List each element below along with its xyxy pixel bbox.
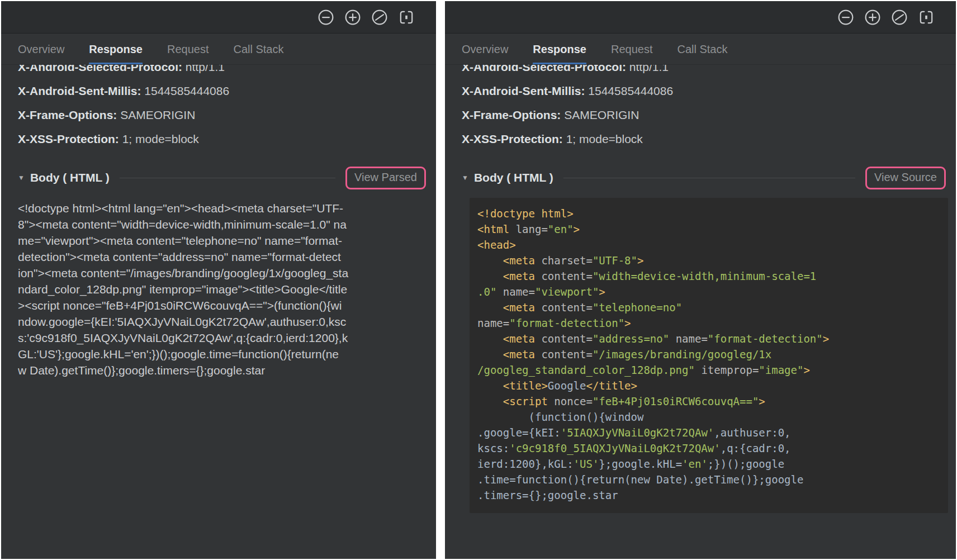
view-source-toggle[interactable]: View Source [874, 171, 937, 183]
tab-call-stack[interactable]: Call Stack [233, 34, 283, 64]
response-header-row: X-Android-Sent-Millis: 1544585444086 [462, 79, 948, 103]
response-tab-content: X-Android-Selected-Protocol: http/1.1X-A… [1, 65, 436, 559]
tab-request[interactable]: Request [167, 34, 209, 64]
response-tab-content: X-Android-Selected-Protocol: http/1.1X-A… [445, 65, 956, 559]
headers-list: X-Android-Selected-Protocol: http/1.1X-A… [18, 65, 428, 151]
source-code-line: <head> [477, 237, 940, 253]
source-code-line: name="format-detection"> [477, 315, 940, 331]
header-key: X-Frame-Options: [462, 108, 564, 121]
header-key: X-XSS-Protection: [18, 132, 122, 145]
source-code-line: ierd:1200},kGL:'US'};google.kHL='en';})(… [477, 456, 940, 472]
header-value: 1544585444086 [588, 84, 673, 97]
response-header-row: X-Frame-Options: SAMEORIGIN [462, 103, 948, 127]
header-value: http/1.1 [629, 65, 669, 73]
reset-zoom-button[interactable] [371, 9, 388, 26]
source-code-line: .google={kEI:'5IAQXJyVNaiL0gK2t72QAw',au… [477, 425, 940, 440]
source-code-line: <title>Google</title> [477, 378, 940, 393]
zoom-to-selection-button[interactable] [398, 9, 415, 26]
section-divider-line [120, 178, 335, 178]
network-inspector-panel-right: OverviewResponseRequestCall Stack X-Andr… [445, 1, 956, 559]
collapse-caret-icon[interactable]: ▼ [18, 174, 25, 182]
parsed-body-line: w Date).getTime()};google.timers={};goog… [18, 362, 424, 378]
response-header-row: X-Frame-Options: SAMEORIGIN [18, 103, 428, 127]
zoom-to-selection-button[interactable] [918, 9, 935, 26]
parsed-body-line: ><script nonce="feB+4Pj01s0iRCW6couvqA==… [18, 297, 424, 314]
profiler-toolbar [1, 1, 436, 34]
network-inspector-panel-left: OverviewResponseRequestCall Stack X-Andr… [1, 1, 436, 559]
source-code-line: .timers={};google.star [477, 487, 940, 503]
body-section-row: ▼ Body ( HTML ) View Source [462, 163, 948, 192]
body-section-label: Body ( HTML ) [474, 171, 553, 184]
body-section-row: ▼ Body ( HTML ) View Parsed [18, 163, 428, 192]
header-value: 1544585444086 [144, 84, 229, 97]
headers-list: X-Android-Selected-Protocol: http/1.1X-A… [462, 65, 948, 151]
header-key: X-Android-Selected-Protocol: [18, 65, 186, 73]
tab-bar: OverviewResponseRequestCall Stack [1, 34, 436, 65]
body-parsed-text: <!doctype html><html lang="en"><head><me… [18, 200, 428, 378]
source-code-line: <!doctype html> [477, 206, 940, 221]
source-code-line: /googleg_standard_color_128dp.png" itemp… [477, 362, 940, 378]
parsed-body-line: me="viewport"><meta content="telephone=n… [18, 232, 424, 249]
response-header-row: X-XSS-Protection: 1; mode=block [18, 127, 428, 151]
annotation-highlight-box: View Source [865, 167, 946, 189]
tab-overview[interactable]: Overview [462, 34, 508, 64]
collapse-caret-icon[interactable]: ▼ [462, 174, 468, 182]
header-value: 1; mode=block [566, 132, 643, 145]
tab-request[interactable]: Request [611, 34, 653, 64]
header-value: 1; mode=block [122, 132, 199, 145]
source-code-line: .0" name="viewport"> [477, 284, 940, 300]
response-header-row: X-Android-Sent-Millis: 1544585444086 [18, 79, 428, 103]
split-screenshot-comparison: OverviewResponseRequestCall Stack X-Andr… [0, 0, 957, 560]
header-key: X-Android-Sent-Millis: [462, 84, 588, 97]
parsed-body-line: ndard_color_128dp.png" itemprop="image">… [18, 281, 424, 297]
source-code-line: <meta content="telephone=no" [477, 300, 940, 315]
response-header-row: X-XSS-Protection: 1; mode=block [462, 127, 948, 151]
profiler-toolbar [445, 1, 956, 34]
source-code-line: <script nonce="feB+4Pj01s0iRCW6couvqA=="… [477, 393, 940, 409]
tab-response[interactable]: Response [89, 34, 143, 64]
header-value: SAMEORIGIN [564, 108, 639, 121]
source-code-line: <meta content="/images/branding/googleg/… [477, 347, 940, 362]
zoom-out-button[interactable] [318, 9, 334, 26]
header-value: http/1.1 [186, 65, 225, 73]
parsed-body-line: 8"><meta content="width=device-width,min… [18, 216, 424, 232]
header-key: X-XSS-Protection: [462, 132, 566, 145]
section-divider-line [563, 178, 855, 178]
response-header-row: X-Android-Selected-Protocol: http/1.1 [18, 65, 428, 79]
reset-zoom-button[interactable] [891, 9, 908, 26]
body-source-code: <!doctype html><html lang="en"><head> <m… [470, 198, 948, 513]
header-key: X-Frame-Options: [18, 108, 120, 121]
zoom-in-button[interactable] [344, 9, 361, 26]
source-code-line: <meta charset="UTF-8"> [477, 253, 940, 268]
zoom-in-button[interactable] [864, 9, 881, 26]
source-code-line: .time=function(){return(new Date).getTim… [477, 472, 940, 487]
view-parsed-toggle[interactable]: View Parsed [354, 171, 417, 183]
zoom-out-button[interactable] [837, 9, 854, 26]
source-code-line: <html lang="en"> [477, 221, 940, 237]
tab-response[interactable]: Response [533, 34, 586, 64]
header-value: SAMEORIGIN [120, 108, 195, 121]
header-key: X-Android-Selected-Protocol: [462, 65, 629, 73]
source-code-line: kscs:'c9c918f0_5IAQXJyVNaiL0gK2t72QAw',q… [477, 440, 940, 456]
header-key: X-Android-Sent-Millis: [18, 84, 144, 97]
body-section-label: Body ( HTML ) [30, 171, 110, 184]
parsed-body-line: ndow.google={kEI:'5IAQXJyVNaiL0gK2t72QAw… [18, 314, 424, 330]
tab-bar: OverviewResponseRequestCall Stack [445, 34, 956, 65]
tab-call-stack[interactable]: Call Stack [677, 34, 727, 64]
parsed-body-line: detection"><meta content="address=no" na… [18, 249, 424, 265]
parsed-body-line: s:'c9c918f0_5IAQXJyVNaiL0gK2t72QAw',q:{c… [18, 330, 424, 346]
response-header-row: X-Android-Selected-Protocol: http/1.1 [462, 65, 948, 79]
parsed-body-line: <!doctype html><html lang="en"><head><me… [18, 200, 424, 216]
source-code-line: (function(){window [477, 409, 940, 425]
parsed-body-line: ion"><meta content="/images/branding/goo… [18, 265, 424, 281]
annotation-highlight-box: View Parsed [345, 167, 426, 189]
source-code-line: <meta content="width=device-width,minimu… [477, 268, 940, 284]
source-code-line: <meta content="address=no" name="format-… [477, 331, 940, 347]
parsed-body-line: GL:'US'};google.kHL='en';})();google.tim… [18, 346, 424, 362]
tab-overview[interactable]: Overview [18, 34, 64, 64]
